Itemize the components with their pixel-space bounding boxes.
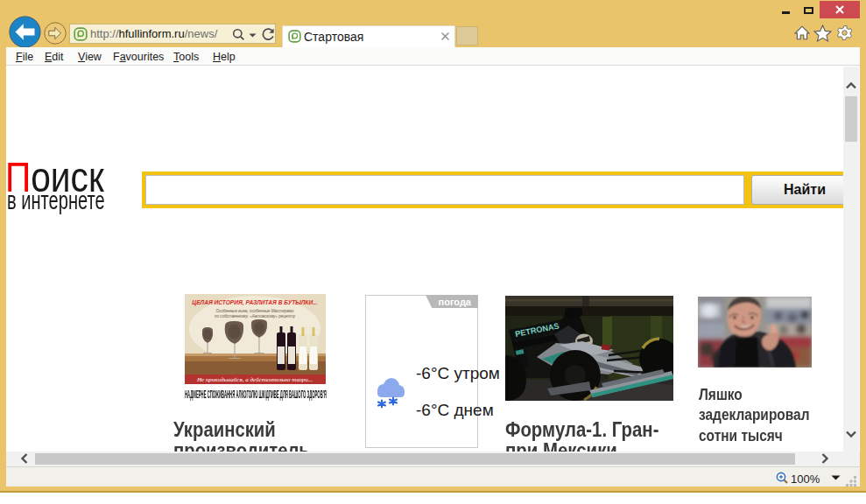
svg-text:Не прикидывайся, а действитель: Не прикидывайся, а действительно твори..… [196, 376, 313, 383]
svg-text:Особенные вина, особенные Маст: Особенные вина, особенные Мастерами [215, 309, 294, 313]
svg-text:по собственному: «Автовскому»: по собственному: «Автовскому» рецепту [215, 314, 296, 318]
svg-text:ЦЕЛАЯ ИСТОРИЯ, РАЗЛИТАЯ В БУТЫ: ЦЕЛАЯ ИСТОРИЯ, РАЗЛИТАЯ В БУТЫЛКИ... [192, 299, 318, 306]
